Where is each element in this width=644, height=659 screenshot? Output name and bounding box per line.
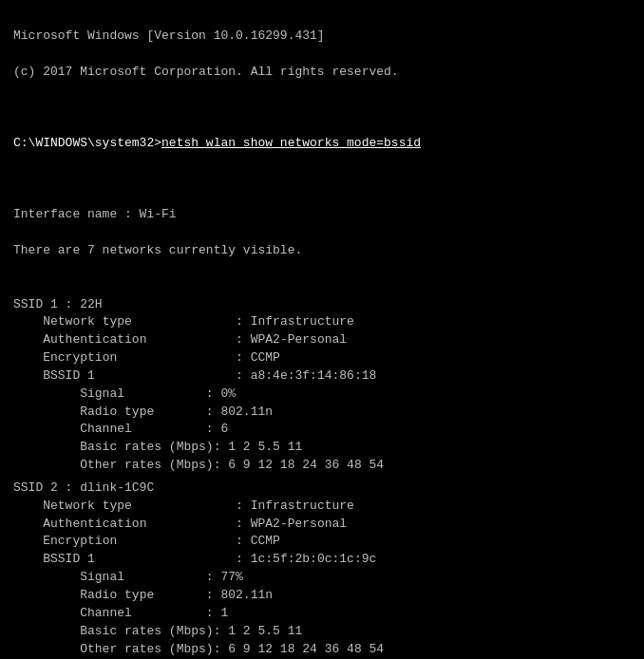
ssid-header-2: SSID 2 : dlink-1C9C [13,480,154,495]
radio-label-1: Radio type [80,405,206,419]
enc-label-2: Encryption [43,534,236,548]
network-type-label-1: Network type [43,314,236,329]
other-value-1: 6 9 12 18 24 36 48 54 [228,458,384,472]
ssid-header-1: SSID 1 : 22H [13,297,103,311]
network-count: There are 7 networks currently visible. [13,243,302,257]
bssid-value-1: a8:4e:3f:14:86:18 [251,368,377,383]
signal-label-2: Signal [80,570,206,584]
prompt: C:\WINDOWS\system32>netsh wlan show netw… [13,136,421,150]
channel-label-2: Channel [80,606,206,620]
auth-value-1: WPA2-Personal [251,332,347,347]
enc-value-1: CCMP [251,350,280,365]
channel-value-2: 1 [220,606,228,620]
auth-value-2: WPA2-Personal [251,517,347,531]
bssid-label-2: BSSID 1 [43,552,236,566]
signal-label-1: Signal [80,386,206,401]
header-line2: (c) 2017 Microsoft Corporation. All righ… [13,65,399,79]
network-type-value-1: Infrastructure [251,314,354,329]
header-line1: Microsoft Windows [Version 10.0.16299.43… [13,28,325,43]
networks-container: SSID 1 : 22H Network type : Infrastructu… [13,296,631,660]
prompt-text: C:\WINDOWS\system32> [13,136,161,150]
basic-label-2: Basic rates (Mbps) [80,624,213,638]
basic-value-2: 1 2 5.5 11 [228,624,302,638]
enc-value-2: CCMP [251,534,280,548]
interface-name: Interface name : Wi-Fi [13,207,177,221]
bssid-label-1: BSSID 1 [43,368,236,383]
basic-value-1: 1 2 5.5 11 [228,440,302,454]
terminal-window: Microsoft Windows [Version 10.0.16299.43… [13,9,631,296]
other-value-2: 6 9 12 18 24 36 48 54 [228,642,384,656]
auth-label-1: Authentication [43,332,236,347]
basic-label-1: Basic rates (Mbps) [80,440,213,454]
network-type-value-2: Infrastructure [251,499,354,513]
network-section-2: SSID 2 : dlink-1C9C Network type : Infra… [13,480,631,658]
command-text: netsh wlan show networks mode=bssid [161,136,421,150]
signal-value-1: 0% [220,386,236,401]
signal-value-2: 77% [220,570,242,584]
bssid-value-2: 1c:5f:2b:0c:1c:9c [251,552,377,566]
channel-label-1: Channel [80,422,206,436]
auth-label-2: Authentication [43,517,236,531]
channel-value-1: 6 [220,422,228,436]
enc-label-1: Encryption [43,350,236,365]
network-type-label-2: Network type [43,499,236,513]
other-label-1: Other rates (Mbps) [80,458,213,472]
network-section-1: SSID 1 : 22H Network type : Infrastructu… [13,296,631,475]
other-label-2: Other rates (Mbps) [80,642,213,656]
radio-value-2: 802.11n [220,588,273,602]
radio-label-2: Radio type [80,588,206,602]
radio-value-1: 802.11n [220,405,273,419]
